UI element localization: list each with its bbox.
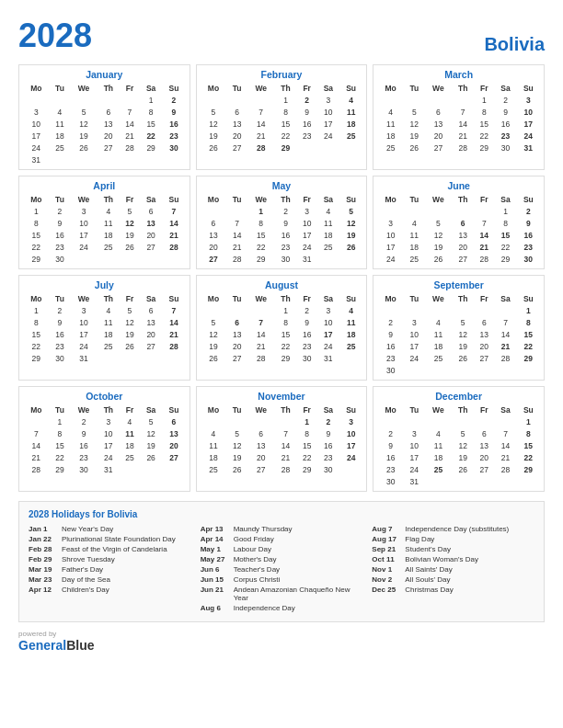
holiday-item: Dec 25Christmas Day <box>372 586 534 594</box>
week-row: 14151617181920 <box>23 439 186 451</box>
holiday-name: Teacher's Day <box>234 565 280 574</box>
calendar-day <box>452 205 474 217</box>
calendar-day: 24 <box>404 352 425 364</box>
calendar-day: 26 <box>70 142 97 154</box>
calendar-day: 20 <box>474 340 494 352</box>
calendar-day: 30 <box>50 352 71 364</box>
day-header: Sa <box>317 293 339 304</box>
day-header: Sa <box>494 194 516 205</box>
calendar-day: 29 <box>494 253 516 265</box>
calendar-day: 27 <box>162 451 185 463</box>
calendar-day: 24 <box>98 451 120 463</box>
month-title: January <box>23 69 186 80</box>
week-row: 15161718192021 <box>23 328 186 340</box>
calendar-day: 25 <box>317 241 339 253</box>
calendar-day: 6 <box>226 106 247 118</box>
day-header: Su <box>339 404 362 415</box>
week-row: 15161718192021 <box>23 229 186 241</box>
holiday-name: Children's Day <box>62 586 109 594</box>
calendar-day: 10 <box>377 229 404 241</box>
day-header: Tu <box>226 404 247 415</box>
calendar-day: 3 <box>98 415 120 427</box>
calendar-day: 12 <box>201 328 227 340</box>
calendar-day: 25 <box>201 463 227 475</box>
month-title: May <box>201 180 363 191</box>
calendar-day: 22 <box>274 340 296 352</box>
month-block-january: JanuaryMoTuWeThFrSaSu1234567891011121314… <box>18 64 190 170</box>
week-row: 1 <box>377 415 540 427</box>
holiday-name: Plurinational State Foundation Day <box>62 535 176 543</box>
holiday-item: May 27Mother's Day <box>201 555 363 563</box>
week-row: 891011121314 <box>23 316 186 328</box>
calendar-day <box>474 475 494 487</box>
calendar-day: 7 <box>494 316 516 328</box>
calendar-day: 7 <box>247 106 274 118</box>
calendar-day: 16 <box>70 439 97 451</box>
day-header: Su <box>162 194 185 205</box>
calendar-day: 29 <box>274 352 296 364</box>
calendar-day: 3 <box>317 94 339 106</box>
calendar-day: 11 <box>339 316 362 328</box>
calendar-day <box>425 415 452 427</box>
calendar-day: 13 <box>452 229 474 241</box>
calendar-day: 17 <box>23 130 50 142</box>
calendar-day: 11 <box>425 328 452 340</box>
calendar-day: 27 <box>452 253 474 265</box>
calendar-table: MoTuWeThFrSaSu12345678910111213141516171… <box>377 83 540 154</box>
calendar-day: 21 <box>162 328 185 340</box>
calendar-day: 23 <box>50 340 71 352</box>
day-header: Su <box>339 293 362 304</box>
calendar-day: 22 <box>247 241 274 253</box>
calendar-day <box>452 94 474 106</box>
calendar-day: 30 <box>517 253 540 265</box>
week-row: 252627282930 <box>201 463 363 475</box>
month-block-april: AprilMoTuWeThFrSaSu123456789101112131415… <box>18 176 190 269</box>
calendar-day <box>98 94 120 106</box>
holiday-date: May 27 <box>201 555 230 563</box>
calendar-day: 25 <box>404 253 425 265</box>
holidays-section: 2028 Holidays for Bolivia Jan 1New Year'… <box>18 501 545 622</box>
calendar-day: 7 <box>120 106 140 118</box>
calendar-day: 4 <box>377 106 404 118</box>
calendar-day: 1 <box>474 94 494 106</box>
calendar-day: 10 <box>404 439 425 451</box>
calendar-day: 14 <box>226 229 247 241</box>
holiday-item: Oct 11Bolivian Woman's Day <box>372 555 534 563</box>
calendar-day <box>98 253 120 265</box>
calendar-day: 15 <box>274 328 296 340</box>
calendar-day: 17 <box>317 328 339 340</box>
calendar-day: 20 <box>425 130 452 142</box>
calendar-day <box>140 463 162 475</box>
holiday-date: May 1 <box>201 545 230 553</box>
month-block-june: JuneMoTuWeThFrSaSu1234567891011121314151… <box>373 176 545 269</box>
week-row: 3456789 <box>377 217 540 229</box>
calendar-day: 1 <box>274 94 296 106</box>
calendar-day: 9 <box>297 316 317 328</box>
calendar-day <box>50 154 71 165</box>
week-row: 16171819202122 <box>377 340 540 352</box>
calendar-day: 31 <box>98 463 120 475</box>
day-header: We <box>247 83 274 94</box>
day-header: Fr <box>474 194 494 205</box>
day-header: Sa <box>140 404 162 415</box>
calendar-day: 2 <box>377 427 404 439</box>
holiday-item: Jan 1New Year's Day <box>29 525 191 533</box>
calendar-day: 6 <box>474 427 494 439</box>
calendar-day: 8 <box>140 106 162 118</box>
holiday-date: Apr 13 <box>201 525 230 533</box>
calendar-day: 8 <box>247 217 274 229</box>
week-row: 12131415161718 <box>201 118 363 130</box>
calendar-day: 28 <box>274 463 296 475</box>
calendar-day: 13 <box>474 439 494 451</box>
calendar-day: 15 <box>140 118 162 130</box>
holiday-name: Christmas Day <box>405 586 453 594</box>
calendar-day: 14 <box>120 118 140 130</box>
day-header: Th <box>452 194 474 205</box>
calendar-day: 8 <box>274 106 296 118</box>
calendar-day: 24 <box>70 340 97 352</box>
calendar-day: 13 <box>162 427 185 439</box>
calendar-day: 11 <box>98 217 120 229</box>
week-row: 2728293031 <box>201 253 363 265</box>
calendar-day: 29 <box>517 463 540 475</box>
holiday-date: Aug 6 <box>201 604 230 612</box>
